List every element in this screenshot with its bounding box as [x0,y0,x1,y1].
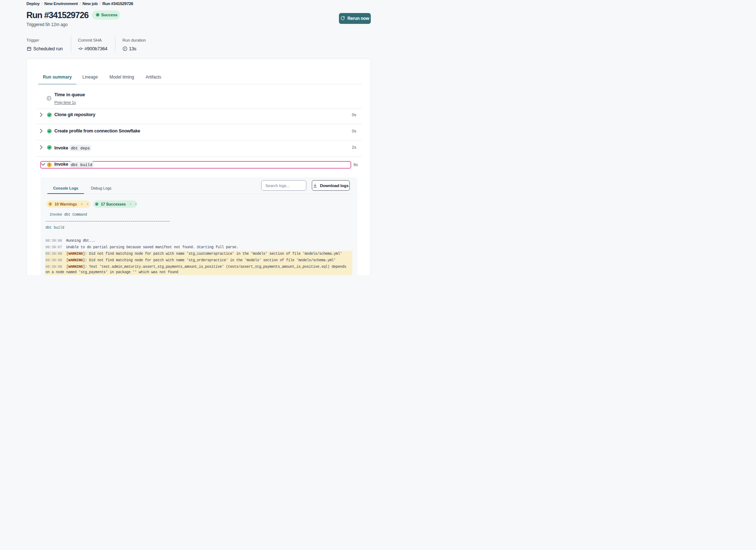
svg-text:!: ! [50,203,51,206]
